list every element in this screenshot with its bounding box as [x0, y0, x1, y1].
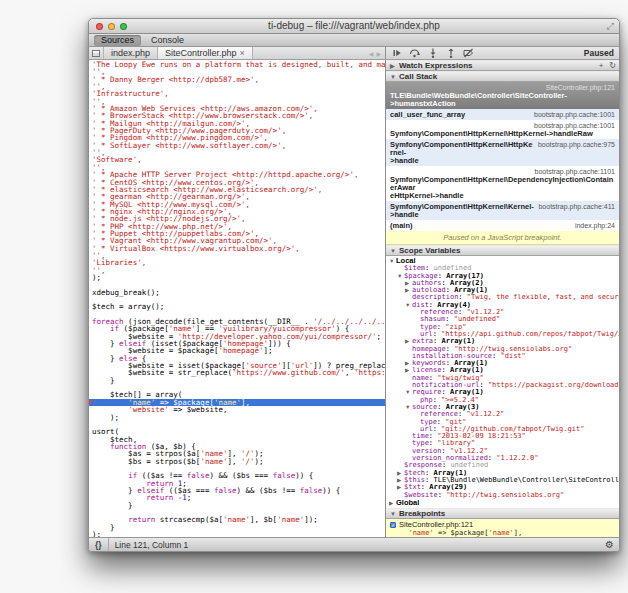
file-tab-index-php[interactable]: index.php: [104, 47, 158, 59]
code-line[interactable]: return strcasecmp($a['name'], $b['name']…: [89, 516, 385, 523]
scope-row[interactable]: ▶Global: [386, 499, 619, 507]
collapsed-icon[interactable]: ▶: [397, 484, 404, 491]
scope-row[interactable]: ▶keywords: Array(1): [386, 360, 619, 367]
tab-console[interactable]: Console: [144, 35, 191, 46]
scope-row[interactable]: ▼dist: Array(4): [386, 302, 619, 309]
expanded-icon[interactable]: ▼: [405, 404, 412, 411]
scope-row[interactable]: ▶$tech: Array(1): [386, 470, 619, 477]
expanded-icon[interactable]: ▼: [397, 273, 404, 280]
section-call-stack[interactable]: ▼ Call Stack: [386, 71, 619, 82]
file-tab-sitecontroller-php[interactable]: SiteController.php×: [158, 47, 253, 59]
code-editor[interactable]: 'The Loopy Ewe runs on a platform that i…: [89, 60, 386, 537]
stack-frame[interactable]: index.php:24(main): [386, 220, 619, 231]
breakpoint-checkbox[interactable]: ✓: [390, 522, 396, 528]
collapsed-icon[interactable]: ▶: [405, 287, 412, 294]
code-line[interactable]: }: [89, 502, 385, 509]
scope-value: TLE\Bundle\WebBundle\Controller\SiteCont…: [434, 477, 619, 484]
breakpoint-entry[interactable]: ✓ SiteController.php:121 'name' => $pack…: [386, 519, 619, 537]
collapsed-icon[interactable]: ▶: [397, 477, 404, 484]
expanded-icon[interactable]: ▼: [405, 389, 412, 396]
code-line[interactable]: 'The Loopy Ewe runs on a platform that i…: [89, 61, 385, 68]
code-line[interactable]: ' * Danny Berger <http://dpb587.me>',: [89, 76, 385, 83]
stack-frame[interactable]: SiteController.php:121TLE\Bundle\WebBund…: [386, 82, 619, 109]
code-line[interactable]: );: [89, 274, 385, 281]
stack-frame[interactable]: bootstrap.php.cache:411Symfony\Component…: [386, 201, 619, 220]
code-line[interactable]: ' * SoftLayer <http://www.softlayer.com/…: [89, 142, 385, 149]
stack-frame[interactable]: bootstrap.php.cache:1001call_user_func_a…: [386, 109, 619, 120]
minimize-window-button[interactable]: [108, 23, 115, 30]
zoom-window-button[interactable]: [120, 23, 127, 30]
code-line[interactable]: $website = str_replace('https://www.gith…: [89, 369, 385, 376]
frame-name: Symfony\Component\HttpKernel\DependencyI…: [390, 176, 615, 192]
scope-row[interactable]: ▼source: Array(3): [386, 404, 619, 411]
code-line[interactable]: );: [89, 414, 385, 421]
step-into-button[interactable]: [427, 48, 438, 58]
frame-location: bootstrap.php.cache:411: [538, 203, 615, 211]
settings-gear-icon[interactable]: ⚙: [605, 539, 619, 550]
collapsed-icon[interactable]: ▶: [397, 470, 404, 477]
add-watch-icon[interactable]: +: [599, 61, 604, 71]
code-line[interactable]: 'Software',: [89, 156, 385, 163]
pretty-print-icon[interactable]: {}: [89, 538, 109, 551]
stack-frame[interactable]: bootstrap.php.cache:1001Symfony\Componen…: [386, 120, 619, 139]
collapsed-icon[interactable]: ▶: [405, 280, 412, 287]
fullscreen-icon[interactable]: ⤢: [607, 19, 614, 33]
scope-row[interactable]: ▶$txt: Array(29): [386, 484, 619, 491]
frame-name: >humanstxtAction: [390, 100, 615, 108]
scope-row[interactable]: ▶extra: Array(1): [386, 338, 619, 345]
code-line[interactable]: '',: [89, 267, 385, 274]
code-line[interactable]: ' * VirtualBox <https://www.virtualbox.o…: [89, 245, 385, 252]
scope-value: "1.12.2.0": [496, 455, 538, 462]
code-line[interactable]: $bs = strpos($b['name'], '/');: [89, 458, 385, 465]
current-execution-line[interactable]: 'name' => $package['name'],: [89, 399, 385, 406]
stack-frame[interactable]: bootstrap.php.cache:1101Symfony\Componen…: [386, 166, 619, 201]
code-line[interactable]: [89, 421, 385, 428]
scope-value: "dist": [501, 353, 526, 360]
step-out-button[interactable]: [445, 48, 456, 58]
scope-row[interactable]: ▶$this: TLE\Bundle\WebBundle\Controller\…: [386, 477, 619, 484]
expanded-icon[interactable]: ▼: [405, 302, 412, 309]
scope-value: "v1.12.2": [466, 411, 504, 418]
section-breakpoints[interactable]: ▼ Breakpoints: [386, 508, 619, 519]
code-line[interactable]: 'Infrastructure',: [89, 90, 385, 97]
collapsed-icon[interactable]: ▶: [405, 367, 412, 374]
close-tab-icon[interactable]: ×: [240, 48, 245, 58]
tree-spacer: [413, 397, 420, 404]
code-line[interactable]: 'website' => $website,: [89, 406, 385, 413]
tab-sources[interactable]: Sources: [94, 35, 141, 46]
title-bar[interactable]: ti-debug – file:///vagrant/web/index.php…: [89, 19, 619, 34]
close-window-button[interactable]: [96, 23, 103, 30]
refresh-watch-icon[interactable]: ↻: [609, 61, 616, 71]
code-line[interactable]: }: [89, 524, 385, 531]
tabs-back-icon[interactable]: ◀: [369, 50, 374, 57]
code-line[interactable]: return -1;: [89, 494, 385, 501]
resume-button[interactable]: [391, 48, 402, 58]
collapsed-icon[interactable]: ▶: [405, 360, 412, 367]
code-line[interactable]: 'Libraries',: [89, 259, 385, 266]
expanded-icon[interactable]: ▼: [389, 258, 396, 265]
scope-row[interactable]: ▶autoload: Array(1): [386, 287, 619, 294]
tabs-forward-icon[interactable]: ▶: [376, 50, 381, 57]
scope-row[interactable]: ▼Local: [386, 257, 619, 265]
scope-row[interactable]: ▼$package: Array(17): [386, 273, 619, 280]
scope-value: Array(1): [454, 360, 488, 367]
navigator-toggle-button[interactable]: [89, 47, 104, 59]
section-watch-expressions[interactable]: ▶ Watch Expressions + ↻: [386, 60, 619, 71]
code-line[interactable]: xdebug_break();: [89, 289, 385, 296]
collapsed-icon[interactable]: ▶: [405, 338, 412, 345]
step-over-button[interactable]: [409, 48, 420, 58]
scope-key: $package: [404, 273, 438, 280]
code-line[interactable]: $tech = array();: [89, 303, 385, 310]
scope-row[interactable]: ▼require: Array(1): [386, 389, 619, 396]
deactivate-breakpoints-button[interactable]: [463, 48, 474, 58]
scope-key: version_normalized: [412, 455, 488, 462]
scope-row[interactable]: ▶authors: Array(2): [386, 280, 619, 287]
scope-row: installation-source: "dist": [386, 353, 619, 360]
code-line[interactable]: }: [89, 377, 385, 384]
scope-row[interactable]: ▶license: Array(1): [386, 367, 619, 374]
scope-value: "https://packagist.org/downloads…": [488, 382, 619, 389]
section-scope-variables[interactable]: ▼ Scope Variables: [386, 245, 619, 256]
frame-name: >handle: [390, 211, 615, 219]
stack-frame[interactable]: bootstrap.php.cache:975Symfony\Component…: [386, 139, 619, 166]
collapsed-icon[interactable]: ▶: [389, 500, 396, 507]
